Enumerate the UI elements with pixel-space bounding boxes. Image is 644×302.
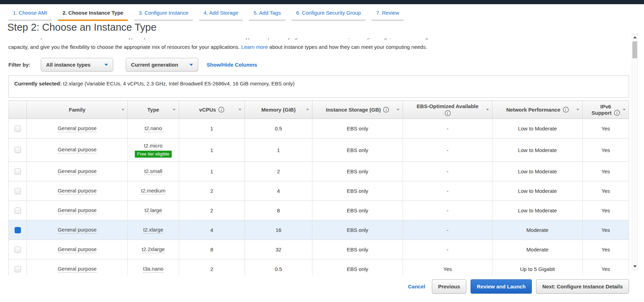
info-icon[interactable]: i — [218, 107, 224, 113]
info-icon[interactable]: i — [614, 110, 620, 116]
family-term[interactable]: General purpose — [58, 168, 97, 175]
column-header-label-text: Instance Storage (GB) — [326, 107, 381, 113]
instance-type-term[interactable]: t2.small — [144, 168, 162, 175]
column-header-label: Type — [147, 107, 159, 113]
vcpus-cell: 1 — [179, 162, 245, 181]
column-header-label2-text: Support — [591, 110, 612, 116]
wizard-tab-2[interactable]: 2. Choose Instance Type — [58, 7, 128, 21]
family-term[interactable]: General purpose — [58, 188, 97, 195]
wizard-tab-5[interactable]: 5. Add Tags — [249, 7, 285, 21]
table-row[interactable]: General purposet2.large28EBS only-Low to… — [9, 201, 629, 220]
network-cell: Low to Moderate — [492, 201, 583, 220]
family-term[interactable]: General purpose — [58, 146, 97, 153]
triangle-down-icon — [633, 265, 637, 267]
family-term[interactable]: General purpose — [58, 207, 97, 214]
info-icon[interactable]: i — [445, 110, 451, 116]
info-icon[interactable]: i — [383, 107, 389, 113]
cancel-link[interactable]: Cancel — [408, 284, 425, 289]
column-header-memory[interactable]: Memory (GiB) — [245, 101, 312, 119]
review-and-launch-button[interactable]: Review and Launch — [471, 279, 532, 294]
generation-filter-dropdown[interactable]: Current generation — [126, 58, 198, 71]
row-checkbox[interactable] — [15, 147, 21, 153]
table-row[interactable]: General purposet2.nano10.5EBS only-Low t… — [9, 119, 629, 138]
ipv6-cell: Yes — [583, 220, 629, 240]
vcpus-cell: 2 — [179, 201, 245, 220]
sort-caret-icon — [397, 109, 399, 111]
ipv6-cell: Yes — [583, 138, 629, 161]
checkbox-cell — [9, 259, 27, 275]
wizard-tab-4[interactable]: 4. Add Storage — [199, 7, 243, 21]
info-icon[interactable]: i — [563, 107, 569, 113]
column-header-ebs[interactable]: EBS-Optimized Availablei — [403, 101, 492, 119]
column-header-label: Instance Storage (GB)i — [326, 107, 389, 113]
vertical-scrollbar[interactable] — [632, 34, 638, 270]
sort-caret-icon — [173, 109, 176, 111]
scroll-up-arrow[interactable] — [632, 35, 637, 40]
family-term[interactable]: General purpose — [58, 266, 97, 273]
ebs-cell: - — [403, 240, 492, 259]
column-header-label-text: Family — [69, 107, 86, 113]
type-cell: t2.xlarge — [128, 220, 179, 240]
next-configure-instance-details-button[interactable]: Next: Configure Instance Details — [536, 279, 629, 294]
family-cell: General purpose — [27, 220, 128, 240]
network-cell: Up to 5 Gigabit — [492, 259, 583, 275]
column-header-storage[interactable]: Instance Storage (GB)i — [312, 101, 403, 119]
page-title: Step 2: Choose an Instance Type — [7, 22, 161, 33]
column-header-vcpus[interactable]: vCPUsi — [179, 101, 245, 119]
instance-type-term[interactable]: t2.large — [145, 207, 162, 214]
row-checkbox[interactable] — [15, 227, 21, 233]
wizard-tab-6[interactable]: 6. Configure Security Group — [292, 7, 365, 21]
scrollbar-thumb[interactable] — [633, 41, 637, 58]
wizard-tab-3[interactable]: 3. Configure Instance — [134, 7, 193, 21]
column-header-label: vCPUsi — [199, 107, 224, 113]
column-header-label-text: vCPUs — [199, 107, 216, 113]
column-header-family[interactable]: Family — [27, 101, 128, 119]
table-row[interactable]: General purposet2.microFree tier eligibl… — [9, 138, 629, 162]
vcpus-cell: 2 — [179, 181, 245, 201]
table-row[interactable]: General purposet2.medium24EBS only-Low t… — [9, 181, 629, 201]
type-cell: t2.2xlarge — [128, 240, 179, 259]
row-checkbox[interactable] — [15, 126, 21, 132]
sort-caret-icon — [122, 109, 124, 111]
family-term[interactable]: General purpose — [58, 246, 97, 253]
table-row[interactable]: General purposet3a.nano20.5EBS onlyYesUp… — [9, 259, 629, 275]
memory-cell: 2 — [245, 162, 312, 181]
instance-type-term[interactable]: t2.xlarge — [143, 227, 163, 234]
table-row[interactable]: General purposet2.xlarge416EBS only-Mode… — [9, 220, 629, 240]
instance-type-filter-value: All instance types — [46, 62, 91, 68]
learn-more-link[interactable]: Learn more — [241, 44, 268, 50]
family-term[interactable]: General purpose — [58, 227, 97, 234]
row-checkbox[interactable] — [15, 188, 21, 194]
row-checkbox[interactable] — [15, 207, 21, 214]
table-row[interactable]: General purposet2.small12EBS only-Low to… — [9, 162, 629, 181]
table-body: General purposet2.nano10.5EBS only-Low t… — [9, 119, 629, 275]
instance-type-term[interactable]: t3a.nano — [143, 266, 163, 273]
wizard-tab-1[interactable]: 1. Choose AMI — [8, 7, 52, 21]
generation-filter-value: Current generation — [131, 62, 178, 68]
network-cell: Low to Moderate — [492, 162, 583, 181]
wizard-tab-7[interactable]: 7. Review — [372, 7, 404, 21]
ipv6-cell: Yes — [583, 181, 629, 201]
column-header-type[interactable]: Type — [128, 101, 179, 119]
row-checkbox[interactable] — [15, 247, 21, 253]
storage-cell: EBS only — [312, 201, 403, 220]
row-checkbox[interactable] — [15, 168, 21, 175]
scroll-down-arrow[interactable] — [632, 264, 637, 269]
instance-type-term[interactable]: t2.2xlarge — [142, 246, 165, 253]
memory-cell: 0.5 — [245, 259, 312, 275]
show-hide-columns-link[interactable]: Show/Hide Columns — [207, 62, 257, 68]
currently-selected-summary: Currently selected: t2.xlarge (Variable … — [8, 75, 629, 98]
column-header-network[interactable]: Network Performancei — [492, 101, 583, 119]
memory-cell: 16 — [245, 220, 312, 240]
row-checkbox[interactable] — [15, 266, 21, 272]
table-row[interactable]: General purposet2.2xlarge832EBS only-Mod… — [9, 240, 629, 259]
column-header-ipv6[interactable]: IPv6Supporti — [583, 101, 629, 119]
instance-type-filter-dropdown[interactable]: All instance types — [41, 58, 113, 71]
instance-type-term[interactable]: t2.micro — [144, 143, 162, 150]
instance-type-term[interactable]: t2.nano — [145, 125, 162, 132]
family-term[interactable]: General purpose — [58, 125, 97, 132]
instance-type-term[interactable]: t2.medium — [141, 188, 165, 195]
checkbox-cell — [9, 181, 27, 201]
type-cell: t3a.nano — [128, 259, 179, 275]
previous-button[interactable]: Previous — [432, 279, 466, 294]
